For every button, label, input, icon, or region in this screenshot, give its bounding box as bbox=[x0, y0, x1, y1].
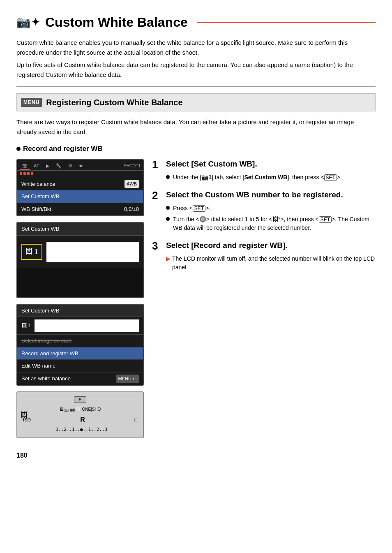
step-3: 3 Select [Record and register WB]. ▶ The… bbox=[152, 241, 376, 272]
lcd-exposure-bar: -3..2..1..●..1..2..3 bbox=[21, 426, 139, 433]
wb-number: 1 bbox=[35, 247, 38, 257]
lcd-wb-icon: 🖼 bbox=[21, 409, 28, 420]
subsection-title: Record and register WB bbox=[16, 143, 376, 154]
step-3-number: 3 bbox=[152, 241, 162, 251]
wb-number-box: 🖼 1 bbox=[21, 244, 42, 260]
bullet-icon-2 bbox=[166, 206, 170, 210]
cam-tab-shoot: 📷 bbox=[20, 162, 30, 170]
page-number: 180 bbox=[16, 451, 376, 460]
lcd-mode-p: P bbox=[74, 396, 86, 403]
cam-tab-af: AF bbox=[31, 162, 42, 170]
cam-tabs: 📷 AF ▶ 🔧 ⚙ ★ SHOOT1 bbox=[17, 160, 143, 171]
wb-label: White balance bbox=[21, 180, 55, 188]
menu-item-edit-name: Edit WB name bbox=[17, 360, 143, 373]
cam-row-set-custom-wb: Set Custom WB bbox=[17, 190, 143, 203]
step-2-bullet-2-text: Turn the <🔘> dial to select 1 to 5 for <… bbox=[173, 215, 376, 232]
title-divider bbox=[197, 22, 376, 23]
dialog2-title: Set Custom WB bbox=[17, 305, 143, 317]
step-3-header: 3 Select [Record and register WB]. bbox=[152, 241, 376, 251]
step-2-bullet-1: Press <SET>. bbox=[166, 204, 376, 213]
step-3-bullet-1: ▶ The LCD monitor will turn off, and the… bbox=[166, 255, 376, 272]
step-1: 1 Select [Set Custom WB]. Under the [📷1]… bbox=[152, 159, 376, 182]
custom-wb-dialog-2: Set Custom WB 🖼 1 Select image on card R… bbox=[16, 304, 144, 386]
menu-item-select-image: Select image on card bbox=[17, 335, 143, 347]
sub-intro: There are two ways to register Custom wh… bbox=[16, 117, 376, 137]
step-1-body: Under the [📷1] tab, select [Set Custom W… bbox=[166, 173, 376, 182]
cam-shoot-label: SHOOT1 bbox=[124, 163, 141, 169]
dialog1-content: 🖼 1 bbox=[17, 236, 143, 268]
left-column: 📷 AF ▶ 🔧 ⚙ ★ SHOOT1 White balance AWB bbox=[16, 159, 144, 438]
wb-shift-value: 0,0/±0 bbox=[124, 205, 139, 213]
step-2-bullet-1-text: Press <SET>. bbox=[173, 204, 210, 213]
camera-lcd-panel: P 🖼ON 📷 ⬜ ONE|SHO ISO R □ -3..2..1..●..1… bbox=[16, 391, 144, 438]
custom-wb-icon: 📷✦ bbox=[16, 14, 40, 31]
custom-wb-dialog-1: Set Custom WB 🖼 1 bbox=[16, 222, 144, 298]
step-2-title: Select the Custom WB number to be regist… bbox=[166, 190, 343, 200]
arrow-icon: ▶ bbox=[166, 255, 171, 263]
menu-footer-label: Set as white balance bbox=[21, 375, 71, 383]
step-3-bullet-1-text: The LCD monitor will turn off, and the s… bbox=[172, 255, 376, 272]
camera-menu-screen: 📷 AF ▶ 🔧 ⚙ ★ SHOOT1 White balance AWB bbox=[16, 159, 144, 217]
set-custom-wb-label: Set Custom WB bbox=[21, 192, 59, 201]
page-title-row: 📷✦ Custom White Balance bbox=[16, 12, 376, 32]
bullet-icon-1 bbox=[166, 175, 170, 179]
bullet-icon bbox=[16, 147, 21, 151]
menu-footer: Set as white balance MENU ↩ bbox=[17, 373, 143, 385]
content-layout: 📷 AF ▶ 🔧 ⚙ ★ SHOOT1 White balance AWB bbox=[16, 159, 376, 438]
lcd-r-value: R bbox=[80, 415, 85, 425]
step-1-bullet-1-text: Under the [📷1] tab, select [Set Custom W… bbox=[173, 173, 342, 182]
menu-badge: MENU bbox=[21, 98, 42, 107]
dialog1-title: Set Custom WB bbox=[17, 223, 143, 236]
cam-tab-gear: ⚙ bbox=[66, 162, 75, 170]
step-1-bullet-1: Under the [📷1] tab, select [Set Custom W… bbox=[166, 173, 376, 182]
lcd-icon-group: 🖼ON 📷 ⬜ ONE|SHO bbox=[60, 406, 101, 413]
step-3-body: ▶ The LCD monitor will turn off, and the… bbox=[166, 255, 376, 272]
wb-shift-label: WB Shift/Bkt. bbox=[21, 205, 53, 213]
cam-row-white-balance: White balance AWB bbox=[17, 178, 143, 191]
step-2-body: Press <SET>. Turn the <🔘> dial to select… bbox=[166, 204, 376, 232]
cam-tab-wrench: 🔧 bbox=[53, 162, 64, 170]
section-divider bbox=[16, 86, 376, 87]
bullet-icon-3 bbox=[166, 217, 170, 221]
step-1-number: 1 bbox=[152, 159, 162, 170]
subsection-label: Record and register WB bbox=[23, 143, 103, 154]
menu-item-record-register: Record and register WB bbox=[17, 347, 143, 360]
intro-paragraph-2: Up to five sets of Custom white balance … bbox=[16, 60, 376, 80]
step-2-header: 2 Select the Custom WB number to be regi… bbox=[152, 190, 376, 201]
cam-tab-play: ▶ bbox=[44, 162, 52, 170]
intro-paragraph-1: Custom white balance enables you to manu… bbox=[16, 38, 376, 58]
right-column: 1 Select [Set Custom WB]. Under the [📷1]… bbox=[152, 159, 376, 438]
dialog-blank-area bbox=[46, 242, 139, 262]
menu-back-btn[interactable]: MENU ↩ bbox=[116, 375, 139, 383]
step-3-title: Select [Record and register WB]. bbox=[166, 241, 288, 251]
section-header: MENU Registering Custom White Balance bbox=[16, 93, 376, 111]
dialog2-wb-number: 🖼 1 bbox=[21, 322, 31, 330]
step-2-bullet-2: Turn the <🔘> dial to select 1 to 5 for <… bbox=[166, 215, 376, 232]
page-title: Custom White Balance bbox=[45, 12, 188, 32]
cam-tab-star: ★ bbox=[76, 162, 85, 170]
step-2: 2 Select the Custom WB number to be regi… bbox=[152, 190, 376, 232]
wb-img-icon: 🖼 bbox=[25, 246, 33, 257]
lcd-square-icon: □ bbox=[134, 416, 137, 423]
section-title: Registering Custom White Balance bbox=[46, 96, 182, 109]
cam-row-wb-shift: WB Shift/Bkt. 0,0/±0 bbox=[17, 203, 143, 216]
step-2-number: 2 bbox=[152, 190, 162, 201]
step-1-header: 1 Select [Set Custom WB]. bbox=[152, 159, 376, 170]
step-1-title: Select [Set Custom WB]. bbox=[166, 159, 257, 169]
wb-value: AWB bbox=[125, 180, 139, 188]
